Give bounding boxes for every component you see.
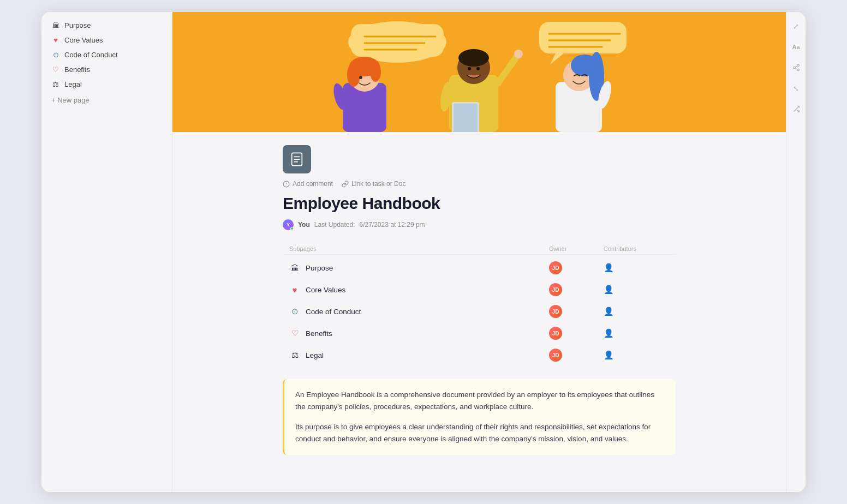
shield-icon: ⊙: [51, 51, 60, 59]
hero-illustration: [288, 12, 670, 132]
svg-point-41: [797, 64, 799, 67]
owner-legal: JD: [549, 349, 604, 362]
benefits-icon: ♡: [51, 65, 60, 74]
doc-icon: [289, 152, 305, 167]
svg-point-24: [514, 50, 523, 58]
right-toolbar: ⤢ Aa ⤡: [786, 12, 806, 492]
sidebar-item-purpose[interactable]: 🏛 Purpose: [46, 19, 168, 32]
author-avatar: Y: [283, 219, 294, 230]
doc-area: Add comment Link to task or Doc Employee…: [261, 132, 697, 477]
svg-point-22: [476, 67, 480, 70]
svg-point-20: [458, 49, 489, 67]
owner-code-of-conduct: JD: [549, 305, 604, 318]
svg-line-44: [795, 68, 797, 69]
contributor-icon-legal: 👤: [604, 350, 614, 359]
export-button[interactable]: [789, 101, 804, 117]
benefits-row-icon: ♡: [289, 328, 300, 338]
owner-avatar-core-values: JD: [549, 283, 562, 296]
comment-icon: [283, 181, 290, 188]
contributors-core-values: 👤: [604, 285, 669, 295]
svg-rect-1: [351, 24, 444, 57]
sidebar-item-core-values[interactable]: ♥ Core Values: [46, 33, 168, 47]
last-updated-value: 6/27/2023 at 12:29 pm: [360, 221, 425, 229]
purpose-icon: 🏛: [51, 21, 60, 29]
fullscreen-button[interactable]: ⤡: [789, 81, 804, 96]
author-name: You: [298, 221, 310, 229]
sidebar-item-legal[interactable]: ⚖ Legal: [46, 77, 168, 91]
new-page-button[interactable]: + New page: [46, 93, 168, 107]
doc-meta: Y You Last Updated: 6/27/2023 at 12:29 p…: [283, 219, 676, 230]
contributors-legal: 👤: [604, 350, 669, 360]
svg-point-15: [370, 62, 381, 82]
callout-paragraph-1: An Employee Handbook is a comprehensive …: [295, 389, 665, 413]
hero-banner: [172, 12, 786, 132]
subpage-row-code-of-conduct[interactable]: ⊙ Code of Conduct JD 👤: [283, 301, 676, 322]
export-icon: [792, 105, 800, 113]
subpage-name-legal: ⚖ Legal: [289, 350, 549, 360]
share-icon: [792, 64, 800, 71]
code-of-conduct-row-icon: ⊙: [289, 307, 300, 316]
svg-point-16: [359, 76, 362, 79]
owner-purpose: JD: [549, 261, 604, 274]
svg-rect-26: [454, 104, 478, 132]
owner-core-values: JD: [549, 283, 604, 296]
svg-point-42: [793, 67, 795, 69]
contributors-code-of-conduct: 👤: [604, 307, 669, 316]
callout-block: An Employee Handbook is a comprehensive …: [283, 379, 676, 455]
subpage-row-legal[interactable]: ⚖ Legal JD 👤: [283, 344, 676, 366]
link-icon: [342, 181, 349, 188]
svg-point-21: [468, 67, 471, 70]
core-values-row-icon: ♥: [289, 285, 300, 295]
doc-actions-row: Add comment Link to task or Doc: [283, 180, 676, 188]
contributor-icon-code-of-conduct: 👤: [604, 307, 614, 316]
subpage-row-purpose[interactable]: 🏛 Purpose JD 👤: [283, 257, 676, 279]
doc-icon-wrapper: [283, 145, 311, 173]
owner-avatar-benefits: JD: [549, 327, 562, 340]
legal-row-icon: ⚖: [289, 350, 300, 360]
main-content: Add comment Link to task or Doc Employee…: [172, 12, 786, 492]
owner-avatar-purpose: JD: [549, 261, 562, 274]
contributors-benefits: 👤: [604, 328, 669, 338]
sidebar: 🏛 Purpose ♥ Core Values ⊙ Code of Conduc…: [41, 12, 172, 492]
share-button[interactable]: [789, 60, 804, 75]
subpages-table: Subpages Owner Contributors 🏛 Purpose JD…: [283, 243, 676, 366]
subpage-name-benefits: ♡ Benefits: [289, 328, 549, 338]
font-size-button[interactable]: Aa: [789, 39, 804, 55]
svg-line-23: [498, 56, 517, 83]
svg-rect-6: [539, 22, 627, 53]
subpage-row-core-values[interactable]: ♥ Core Values JD 👤: [283, 279, 676, 301]
subpage-name-purpose: 🏛 Purpose: [289, 263, 549, 273]
legal-icon: ⚖: [51, 80, 60, 88]
sidebar-item-code-of-conduct[interactable]: ⊙ Code of Conduct: [46, 48, 168, 62]
svg-line-45: [795, 66, 797, 67]
doc-title: Employee Handbook: [283, 194, 676, 213]
owner-benefits: JD: [549, 327, 604, 340]
owner-avatar-code-of-conduct: JD: [549, 305, 562, 318]
svg-marker-7: [550, 53, 564, 64]
svg-point-32: [576, 55, 598, 71]
add-comment-button[interactable]: Add comment: [283, 180, 333, 188]
purpose-row-icon: 🏛: [289, 263, 300, 273]
contributor-icon-benefits: 👤: [604, 328, 614, 338]
sidebar-item-benefits[interactable]: ♡ Benefits: [46, 63, 168, 76]
contributors-purpose: 👤: [604, 263, 669, 273]
expand-button[interactable]: ⤢: [789, 19, 804, 34]
subpage-name-core-values: ♥ Core Values: [289, 285, 549, 295]
subpage-row-benefits[interactable]: ♡ Benefits JD 👤: [283, 322, 676, 344]
last-updated-label: Last Updated:: [314, 221, 355, 229]
callout-paragraph-2: Its purpose is to give employees a clear…: [295, 421, 665, 446]
contributor-icon-core-values: 👤: [604, 285, 614, 294]
heart-icon: ♥: [51, 36, 60, 44]
subpage-name-code-of-conduct: ⊙ Code of Conduct: [289, 307, 549, 316]
subpages-header: Subpages Owner Contributors: [283, 243, 676, 255]
contributor-icon-purpose: 👤: [604, 263, 614, 272]
svg-point-43: [797, 69, 799, 70]
owner-avatar-legal: JD: [549, 349, 562, 362]
svg-point-14: [347, 63, 360, 87]
link-button[interactable]: Link to task or Doc: [342, 180, 405, 188]
